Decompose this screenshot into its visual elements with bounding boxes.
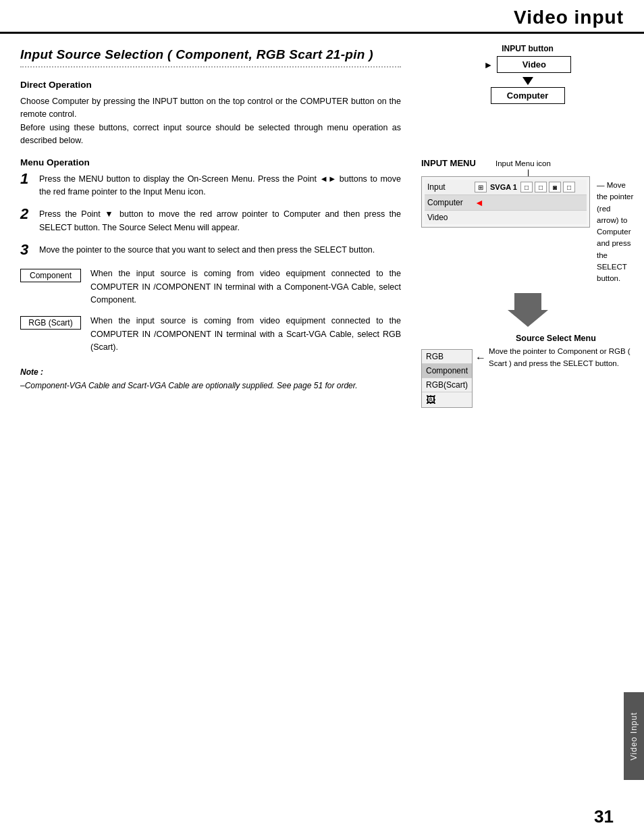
note-section: Note : –Component-VGA Cable and Scart-VG…: [20, 367, 401, 392]
input-menu-icon-caption: Input Menu icon: [495, 159, 551, 167]
menu-input-label: Input: [427, 182, 475, 192]
red-arrow-computer: ◄: [475, 197, 484, 208]
step-1-text: Press the MENU button to display the On-…: [39, 173, 401, 199]
section-divider: [20, 66, 401, 68]
left-content: Input Source Selection ( Component, RGB …: [0, 34, 414, 418]
page-title: Video input: [514, 7, 624, 28]
computer-box: Computer: [491, 87, 565, 104]
source-rgb-label: RGB (Scart): [20, 316, 81, 330]
source-component: Component When the input source is comin…: [20, 267, 401, 307]
input-button-flow: ► Video Computer: [421, 56, 634, 104]
input-menu-diagram-row: Input ⊞ SVGA 1 □ □ ◙ □: [421, 170, 634, 284]
menu-video-label: Video: [427, 213, 475, 222]
direct-operation-heading: Direct Operation: [20, 80, 401, 90]
menu-diagram-box: Input ⊞ SVGA 1 □ □ ◙ □: [421, 176, 590, 228]
step-3-number: 3: [20, 242, 39, 258]
right-content: INPUT button ► Video Computer INPUT MENU…: [414, 34, 644, 418]
icon-5: □: [563, 182, 575, 192]
input-button-diagram: INPUT button ► Video Computer: [421, 44, 634, 104]
source-component-label: Component: [20, 269, 81, 282]
section-title: Input Source Selection ( Component, RGB …: [20, 47, 401, 62]
source-select-diagram: RGB Component RGB(Scart) 🖼: [421, 349, 473, 408]
video-box: Video: [497, 56, 571, 73]
big-down-arrow: [508, 290, 548, 327]
big-arrow-container: [421, 290, 634, 327]
menu-input-icons: ⊞ SVGA 1 □ □ ◙ □: [475, 182, 575, 192]
source-row-component: Component: [422, 364, 472, 378]
source-select-label: Source Select Menu: [516, 334, 634, 343]
input-menu-diagram-container: Input ⊞ SVGA 1 □ □ ◙ □: [421, 170, 590, 234]
source-rgb-desc: When the input source is coming from vid…: [90, 315, 401, 354]
input-button-label: INPUT button: [421, 44, 634, 53]
menu-computer-label: Computer: [427, 198, 475, 207]
step-2-number: 2: [20, 206, 39, 222]
input-menu-label: INPUT MENU: [421, 158, 489, 168]
input-menu-diagram: Input ⊞ SVGA 1 □ □ ◙ □: [421, 170, 590, 228]
source-select-block: Source Select Menu RGB Component RGB(Sca…: [421, 334, 634, 408]
main-content: Input Source Selection ( Component, RGB …: [0, 34, 644, 418]
menu-row-computer: Computer ◄: [425, 195, 587, 211]
step-1-number: 1: [20, 171, 39, 187]
page-number: 31: [594, 806, 614, 827]
menu-row-video: Video: [425, 211, 587, 224]
caption-line: [528, 170, 529, 176]
icon-4: ◙: [549, 182, 561, 192]
input-menu-annotation: — Move the pointer (red arrow) to Comput…: [597, 180, 634, 284]
input-menu-label-row: INPUT MENU Input Menu icon: [421, 158, 634, 168]
direct-operation-body: Choose Computer by pressing the INPUT bu…: [20, 95, 401, 148]
step-3-text: Move the pointer to the source that you …: [39, 244, 375, 257]
icon-3: □: [535, 182, 547, 192]
arrow-down-1: [522, 77, 533, 85]
source-arrow-row: ← Move the pointer to Component or RGB (…: [473, 346, 634, 369]
note-title: Note :: [20, 367, 401, 377]
source-left-arrow: ←: [475, 352, 486, 364]
svga-label: SVGA 1: [490, 183, 517, 191]
source-select-with-note: RGB Component RGB(Scart) 🖼 ← Move the po…: [421, 346, 634, 408]
step-1: 1 Press the MENU button to display the O…: [20, 173, 401, 199]
icon-2: □: [520, 182, 533, 192]
source-row-rgb: RGB: [422, 350, 472, 364]
source-row-icon: 🖼: [422, 392, 472, 407]
side-tab: Video Input: [624, 692, 644, 780]
icon-1: ⊞: [475, 182, 487, 192]
input-menu-section: INPUT MENU Input Menu icon Input: [421, 158, 634, 408]
arrow-polygon: [508, 293, 548, 327]
step-2-text: Press the Point ▼ button to move the red…: [39, 208, 401, 234]
note-text: –Component-VGA Cable and Scart-VGA Cable…: [20, 380, 401, 392]
menu-operation-heading: Menu Operation: [20, 157, 401, 167]
source-component-desc: When the input source is coming from vid…: [90, 267, 401, 307]
source-select-desc: Move the pointer to Component or RGB ( S…: [489, 346, 634, 369]
step-3: 3 Move the pointer to the source that yo…: [20, 244, 401, 258]
source-row-rgbscart: RGB(Scart): [422, 378, 472, 392]
source-rgb-scart: RGB (Scart) When the input source is com…: [20, 315, 401, 354]
menu-row-input: Input ⊞ SVGA 1 □ □ ◙ □: [425, 180, 587, 195]
header: Video input: [0, 0, 644, 34]
side-tab-label: Video Input: [629, 712, 639, 760]
step-2: 2 Press the Point ▼ button to move the r…: [20, 208, 401, 234]
